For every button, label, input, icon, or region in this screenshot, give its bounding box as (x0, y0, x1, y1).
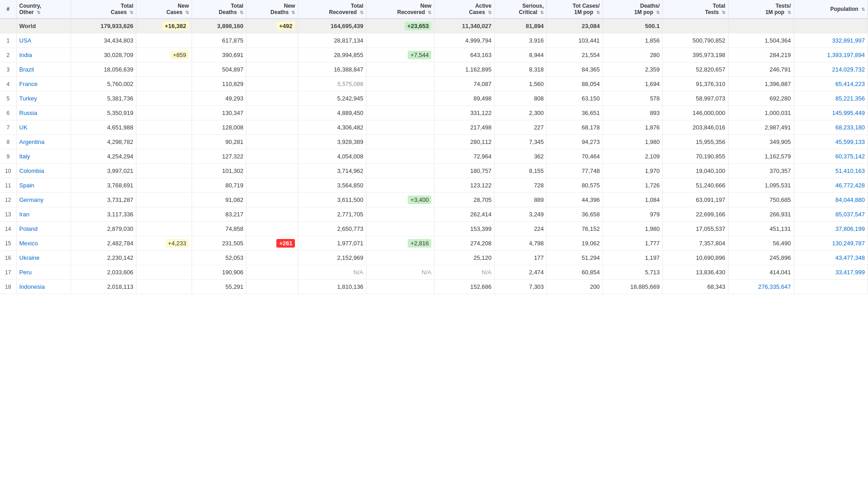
population-cell: 332,891,997 (794, 33, 868, 48)
col-serious[interactable]: Serious,Critical ⇅ (494, 0, 546, 19)
cell: 1,980 (603, 135, 662, 149)
cell: N/A (298, 265, 366, 280)
cell[interactable]: Argentina (16, 135, 71, 149)
cell[interactable]: Russia (16, 106, 71, 120)
col-deaths-pop[interactable]: Deaths/1M pop ⇅ (603, 0, 662, 19)
cell: 28,705 (434, 193, 494, 207)
cell[interactable]: Turkey (16, 91, 71, 106)
country-link[interactable]: Russia (19, 110, 38, 116)
col-new-cases[interactable]: NewCases ⇅ (136, 0, 192, 19)
cell[interactable]: Germany (16, 193, 71, 207)
population-cell: 84,044,880 (794, 193, 868, 207)
world-tot-cases-pop: 23,084 (547, 19, 603, 33)
col-new-deaths[interactable]: NewDeaths ⇅ (246, 0, 298, 19)
country-link[interactable]: Peru (19, 269, 32, 276)
cell (246, 280, 298, 294)
country-link[interactable]: India (19, 52, 32, 58)
cell[interactable]: Italy (16, 149, 71, 164)
table-row: 14Poland2,879,03074,8582,650,773153,3992… (0, 222, 868, 236)
cell: 30,028,709 (71, 48, 136, 62)
col-total-tests[interactable]: TotalTests ⇅ (663, 0, 728, 19)
cell[interactable]: France (16, 77, 71, 91)
cell: 3,117,336 (71, 207, 136, 222)
country-link[interactable]: Turkey (19, 95, 37, 102)
cell: 217,498 (434, 120, 494, 135)
population-cell: 1,393,197,894 (794, 48, 868, 62)
country-link[interactable]: Brazil (19, 66, 34, 73)
col-new-recovered[interactable]: NewRecovered ⇅ (366, 0, 434, 19)
cell[interactable]: Spain (16, 178, 71, 193)
cell: 4,999,794 (434, 33, 494, 48)
world-row: World 179,933,626 +16,382 3,898,160 +492… (0, 19, 868, 33)
table-row: 17Peru2,033,606190,906N/AN/AN/A2,47460,8… (0, 265, 868, 280)
cell (246, 135, 298, 149)
country-link[interactable]: USA (19, 37, 32, 44)
rank-cell: 4 (0, 77, 16, 91)
cell: 83,217 (192, 207, 246, 222)
cell: 44,396 (547, 193, 603, 207)
cell[interactable]: Brazil (16, 62, 71, 77)
cell: 68,343 (663, 280, 728, 294)
cell: 7,357,804 (663, 236, 728, 251)
cell[interactable]: UK (16, 120, 71, 135)
cell: 190,906 (192, 265, 246, 280)
col-total-cases[interactable]: TotalCases ⇅ (71, 0, 136, 19)
cell[interactable]: India (16, 48, 71, 62)
col-tests-pop[interactable]: Tests/1M pop ⇅ (728, 0, 794, 19)
country-link[interactable]: Spain (19, 182, 34, 189)
cell: 5,242,945 (298, 91, 366, 106)
cell[interactable]: Colombia (16, 164, 71, 178)
col-country[interactable]: Country,Other ⇅ (16, 0, 71, 19)
col-total-recovered[interactable]: TotalRecovered ⇅ (298, 0, 366, 19)
cell: 51,240,666 (663, 178, 728, 193)
col-total-deaths[interactable]: TotalDeaths ⇅ (192, 0, 246, 19)
world-new-deaths: +492 (246, 19, 298, 33)
rank-cell: 15 (0, 236, 16, 251)
cell (246, 91, 298, 106)
cell (366, 91, 434, 106)
col-rank[interactable]: # (0, 0, 16, 19)
country-link[interactable]: Mexico (19, 240, 38, 247)
col-active-cases[interactable]: ActiveCases ⇅ (434, 0, 494, 19)
country-link[interactable]: Italy (19, 153, 30, 160)
country-link[interactable]: Iran (19, 211, 29, 218)
table-row: 4France5,760,002110,8295,575,08674,0871,… (0, 77, 868, 91)
cell[interactable]: Peru (16, 265, 71, 280)
cell[interactable]: Mexico (16, 236, 71, 251)
cell: 203,846,016 (663, 120, 728, 135)
cell: 91,376,310 (663, 77, 728, 91)
cell: 2,300 (494, 106, 546, 120)
cell: 2,018,113 (71, 280, 136, 294)
cell[interactable]: Poland (16, 222, 71, 236)
cell: +261 (246, 236, 298, 251)
cell: 280 (603, 48, 662, 62)
cell: 246,791 (728, 62, 794, 77)
cell: 1,726 (603, 178, 662, 193)
cell: 3,564,850 (298, 178, 366, 193)
country-link[interactable]: Germany (19, 196, 43, 203)
col-tot-cases-pop[interactable]: Tot Cases/1M pop ⇅ (547, 0, 603, 19)
world-total-deaths: 3,898,160 (192, 19, 246, 33)
cell: 5,760,002 (71, 77, 136, 91)
country-link[interactable]: Indonesia (19, 283, 45, 290)
population-cell: 130,249,787 (794, 236, 868, 251)
cell[interactable]: USA (16, 33, 71, 48)
cell: 1,504,364 (728, 33, 794, 48)
cell[interactable]: Iran (16, 207, 71, 222)
country-link[interactable]: France (19, 81, 38, 87)
col-population[interactable]: Population ⇅ (794, 0, 868, 19)
country-link[interactable]: UK (19, 124, 28, 131)
cell: 3,611,500 (298, 193, 366, 207)
cell: 808 (494, 91, 546, 106)
cell[interactable]: Ukraine (16, 251, 71, 265)
country-link[interactable]: Poland (19, 225, 38, 232)
country-link[interactable]: Colombia (19, 167, 44, 174)
cell: 2,359 (603, 62, 662, 77)
cell: 89,498 (434, 91, 494, 106)
cell[interactable]: Indonesia (16, 280, 71, 294)
cell (136, 207, 192, 222)
cell: 5,381,736 (71, 91, 136, 106)
sort-icon: ⇅ (540, 10, 544, 15)
country-link[interactable]: Argentina (19, 139, 45, 145)
country-link[interactable]: Ukraine (19, 254, 40, 261)
